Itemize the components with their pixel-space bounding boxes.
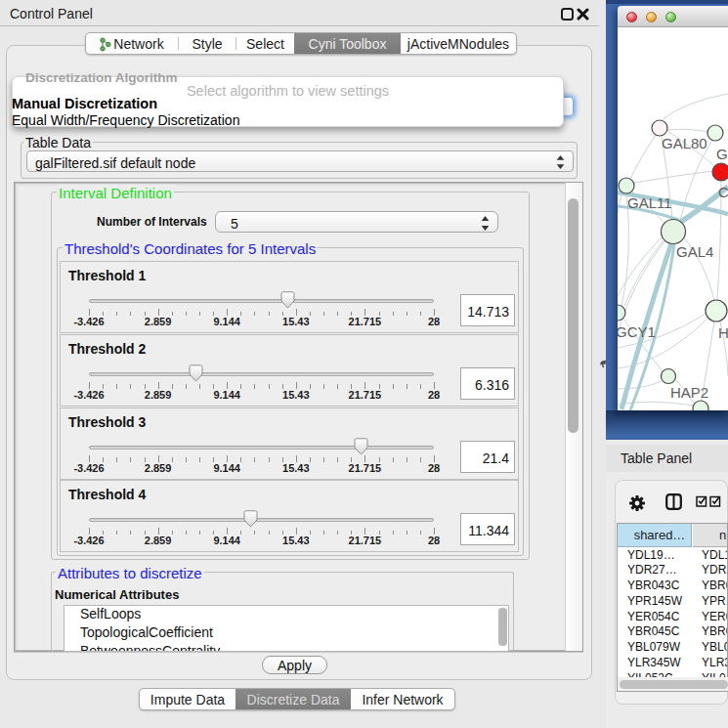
- svg-text:H: H: [718, 324, 728, 341]
- svg-text:GA: GA: [716, 146, 728, 162]
- svg-text:GAL80: GAL80: [662, 135, 707, 151]
- svg-text:GCY1: GCY1: [618, 323, 656, 340]
- svg-text:HAP2: HAP2: [670, 384, 708, 401]
- svg-text:GAL4: GAL4: [676, 243, 713, 260]
- svg-text:C: C: [718, 184, 728, 200]
- svg-text:GAL11: GAL11: [627, 194, 672, 211]
